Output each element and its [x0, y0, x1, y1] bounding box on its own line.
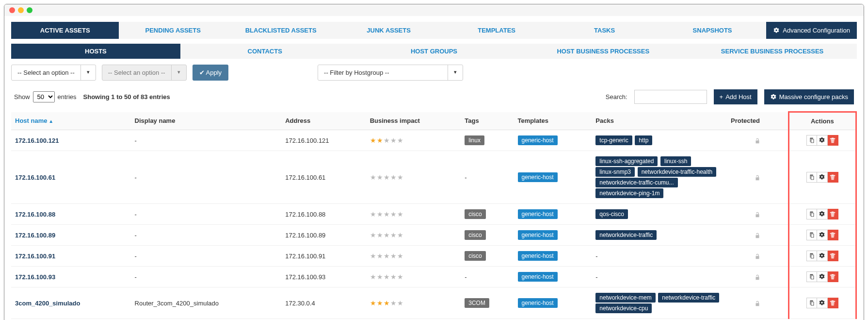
- display-name-cell: -: [131, 151, 282, 204]
- tab-junk-assets[interactable]: JUNK ASSETS: [335, 22, 442, 39]
- impact-stars: ★★★★★: [370, 252, 404, 260]
- tab-host-business-processes[interactable]: HOST BUSINESS PROCESSES: [518, 44, 688, 59]
- host-link[interactable]: 3com_4200_simulado: [11, 287, 131, 319]
- delete-button[interactable]: [828, 251, 838, 261]
- unlock-icon: [754, 136, 761, 144]
- copy-button[interactable]: [806, 135, 817, 146]
- copy-button[interactable]: [806, 172, 817, 183]
- col-display-name[interactable]: Display name: [131, 112, 282, 130]
- copy-button[interactable]: [806, 298, 817, 308]
- search-input[interactable]: [634, 90, 707, 104]
- tab-host-groups[interactable]: HOST GROUPS: [350, 44, 519, 59]
- template-badge[interactable]: generic-host: [518, 298, 558, 308]
- templates-cell: generic-host: [514, 130, 592, 151]
- col-protected[interactable]: Protected: [727, 112, 788, 130]
- massive-configure-button[interactable]: Massive configure packs: [764, 89, 854, 104]
- protected-cell: [727, 246, 788, 267]
- select-option-1-label: -- Select an option --: [12, 65, 80, 80]
- packs-cell: networkdevice-traffic: [592, 225, 727, 246]
- template-badge[interactable]: generic-host: [518, 135, 558, 145]
- tags-cell: cisco: [461, 204, 514, 225]
- delete-button[interactable]: [828, 271, 838, 282]
- tab-blacklisted-assets[interactable]: BLACKLISTED ASSETS: [227, 22, 335, 39]
- advanced-configuration-button[interactable]: Advanced Configuration: [766, 22, 857, 39]
- col-actions[interactable]: Actions: [788, 112, 856, 130]
- host-link[interactable]: 172.16.100.61: [11, 151, 131, 204]
- tab-service-business-processes[interactable]: SERVICE BUSINESS PROCESSES: [688, 44, 857, 59]
- impact-stars: ★★★★★: [370, 273, 404, 281]
- add-host-button[interactable]: + Add Host: [714, 89, 757, 104]
- template-badge[interactable]: generic-host: [518, 172, 558, 182]
- address-cell: 172.16.100.93: [281, 267, 366, 287]
- tab-templates[interactable]: TEMPLATES: [443, 22, 550, 39]
- tab-hosts[interactable]: HOSTS: [11, 44, 180, 59]
- pack-badge[interactable]: networkdevice-traffic: [595, 230, 657, 240]
- host-link[interactable]: 172.16.100.93: [11, 267, 131, 287]
- pack-badge[interactable]: http: [635, 135, 652, 145]
- host-link[interactable]: 172.16.100.121: [11, 130, 131, 151]
- delete-button[interactable]: [828, 172, 838, 183]
- pack-badge[interactable]: linux-ssh-aggregated: [595, 156, 658, 166]
- host-link[interactable]: 172.16.100.91: [11, 246, 131, 267]
- host-link[interactable]: 172.16.100.89: [11, 225, 131, 246]
- impact-cell: ★★★★★: [366, 287, 461, 319]
- configure-button[interactable]: [817, 135, 828, 146]
- pack-badge[interactable]: networkdevice-traffic-health: [638, 167, 717, 177]
- copy-button[interactable]: [806, 230, 817, 240]
- pack-badge[interactable]: networkdevice-ping-1m: [595, 188, 663, 198]
- display-name-cell: -: [131, 130, 282, 151]
- pack-badge[interactable]: qos-cisco: [595, 209, 628, 219]
- copy-button[interactable]: [806, 209, 817, 219]
- template-badge[interactable]: generic-host: [518, 272, 558, 282]
- delete-button[interactable]: [828, 298, 838, 308]
- col-packs[interactable]: Packs: [592, 112, 727, 130]
- pack-badge[interactable]: linux-ssh: [660, 156, 691, 166]
- gears-icon: [770, 94, 777, 101]
- templates-cell: generic-host: [514, 287, 592, 319]
- configure-button[interactable]: [817, 251, 828, 261]
- col-address[interactable]: Address: [281, 112, 366, 130]
- template-badge[interactable]: generic-host: [518, 209, 558, 219]
- select-option-1[interactable]: -- Select an option -- ▾: [11, 65, 96, 81]
- configure-button[interactable]: [817, 209, 828, 219]
- address-cell: 172.30.0.4: [281, 287, 366, 319]
- pack-badge[interactable]: networkdevice-traffic: [658, 293, 719, 303]
- tab-pending-assets[interactable]: PENDING ASSETS: [119, 22, 226, 39]
- tab-snapshots[interactable]: SNAPSHOTS: [659, 22, 766, 39]
- host-link[interactable]: 172.16.100.88: [11, 204, 131, 225]
- pack-badge[interactable]: linux-snmp3: [595, 167, 635, 177]
- tab-tasks[interactable]: TASKS: [550, 22, 658, 39]
- window-minimize-icon[interactable]: [18, 7, 24, 13]
- configure-button[interactable]: [817, 172, 828, 183]
- copy-button[interactable]: [806, 251, 817, 261]
- pack-badge[interactable]: networkdevice-traffic-cumu...: [595, 178, 677, 187]
- col-host-name[interactable]: Host name: [11, 112, 131, 130]
- template-badge[interactable]: generic-host: [518, 251, 558, 261]
- delete-button[interactable]: [828, 209, 838, 219]
- select-option-2[interactable]: -- Select an option -- ▾: [102, 65, 187, 81]
- window-close-icon[interactable]: [9, 7, 15, 13]
- template-badge[interactable]: generic-host: [518, 230, 558, 240]
- delete-button[interactable]: [828, 230, 838, 240]
- tab-contacts[interactable]: CONTACTS: [180, 44, 350, 59]
- templates-cell: generic-host: [514, 225, 592, 246]
- pack-badge[interactable]: networkdevice-cpu: [595, 303, 652, 313]
- pack-badge[interactable]: tcp-generic: [595, 135, 632, 145]
- col-business-impact[interactable]: Business impact: [366, 112, 461, 130]
- table-row: 172.16.100.121-172.16.100.121★★★★★linuxg…: [11, 130, 856, 151]
- configure-button[interactable]: [817, 230, 828, 240]
- configure-button[interactable]: [817, 271, 828, 282]
- col-templates[interactable]: Templates: [514, 112, 592, 130]
- pack-badge[interactable]: networkdevice-mem: [595, 293, 655, 303]
- protected-cell: [727, 287, 788, 319]
- entries-count-select[interactable]: 50: [33, 91, 55, 102]
- window-maximize-icon[interactable]: [27, 7, 32, 13]
- impact-stars: ★★★★★: [370, 299, 404, 307]
- filter-hostgroup[interactable]: -- Filter by Hostgroup -- ▾: [318, 65, 463, 81]
- configure-button[interactable]: [817, 298, 828, 308]
- copy-button[interactable]: [806, 271, 817, 282]
- delete-button[interactable]: [828, 135, 838, 146]
- tab-active-assets[interactable]: ACTIVE ASSETS: [11, 22, 119, 39]
- col-tags[interactable]: Tags: [461, 112, 514, 130]
- apply-button[interactable]: ✔ Apply: [193, 65, 229, 81]
